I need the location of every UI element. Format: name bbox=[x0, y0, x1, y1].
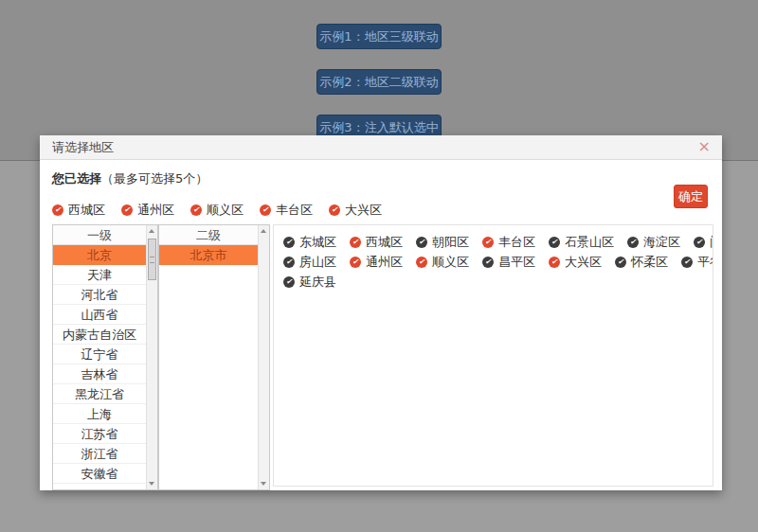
selection-limit-hint: （最多可选择5个） bbox=[101, 171, 208, 186]
city-item[interactable]: 北京市 bbox=[159, 245, 258, 265]
district-option[interactable]: 朝阳区 bbox=[416, 234, 469, 251]
check-circle-icon bbox=[190, 204, 202, 216]
district-option[interactable]: 石景山区 bbox=[549, 234, 614, 251]
district-option-label: 朝阳区 bbox=[432, 234, 469, 251]
check-circle-icon bbox=[549, 257, 560, 268]
selected-tag-label: 西城区 bbox=[68, 202, 105, 219]
province-list-header: 一级 bbox=[53, 225, 146, 245]
province-list: 北京天津河北省山西省内蒙古自治区辽宁省吉林省黑龙江省上海江苏省浙江省安徽省 bbox=[53, 245, 146, 484]
dialog-header: 请选择地区 × bbox=[40, 135, 722, 160]
selected-tag[interactable]: 顺义区 bbox=[190, 202, 244, 219]
province-item[interactable]: 内蒙古自治区 bbox=[53, 325, 146, 345]
district-option-label: 石景山区 bbox=[565, 234, 614, 251]
district-option[interactable]: 昌平区 bbox=[482, 254, 535, 271]
demo-button-level3-linkage[interactable]: 示例1：地区三级联动 bbox=[316, 24, 442, 49]
district-option[interactable]: 丰台区 bbox=[482, 234, 535, 251]
check-circle-icon bbox=[260, 204, 271, 216]
district-option-label: 延庆县 bbox=[299, 274, 336, 291]
city-listbox: 二级 北京市 bbox=[158, 224, 270, 490]
check-circle-icon bbox=[350, 237, 361, 248]
district-option[interactable]: 顺义区 bbox=[416, 254, 469, 271]
check-circle-icon bbox=[482, 237, 494, 248]
district-option-label: 昌平区 bbox=[498, 254, 535, 271]
district-option[interactable]: 房山区 bbox=[283, 254, 336, 271]
check-circle-icon bbox=[694, 237, 705, 248]
province-item[interactable]: 安徽省 bbox=[53, 464, 146, 484]
province-item[interactable]: 天津 bbox=[53, 265, 146, 285]
confirm-button[interactable]: 确定 bbox=[674, 185, 708, 208]
screen: 示例1：地区三级联动 示例2：地区二级联动 示例3：注入默认选中项 请选择地区 … bbox=[0, 0, 758, 532]
scrollbar-down-icon[interactable] bbox=[259, 477, 269, 489]
demo-button-level2-linkage[interactable]: 示例2：地区二级联动 bbox=[316, 69, 442, 95]
district-option[interactable]: 延庆县 bbox=[283, 274, 336, 291]
city-list: 北京市 bbox=[159, 245, 258, 265]
dialog-title: 请选择地区 bbox=[52, 135, 114, 160]
check-circle-icon bbox=[329, 204, 340, 216]
city-scrollbar[interactable] bbox=[258, 225, 269, 489]
province-scrollbar[interactable] bbox=[146, 225, 157, 489]
district-row: 延庆县 bbox=[283, 272, 703, 292]
district-option-label: 怀柔区 bbox=[631, 254, 668, 271]
district-option[interactable]: 大兴区 bbox=[549, 254, 602, 271]
district-row: 房山区通州区顺义区昌平区大兴区怀柔区平谷区密云县 bbox=[283, 252, 703, 272]
province-item[interactable]: 上海 bbox=[53, 404, 146, 424]
selected-tag-label: 大兴区 bbox=[345, 202, 382, 219]
scrollbar-down-icon[interactable] bbox=[147, 477, 157, 489]
district-option[interactable]: 怀柔区 bbox=[615, 254, 668, 271]
province-item[interactable]: 辽宁省 bbox=[53, 345, 146, 364]
selected-tag-list: 西城区通州区顺义区丰台区大兴区 bbox=[52, 198, 709, 219]
province-item[interactable]: 江苏省 bbox=[53, 424, 146, 444]
check-circle-icon bbox=[283, 237, 295, 248]
selected-tag-label: 通州区 bbox=[137, 202, 174, 219]
district-option-label: 丰台区 bbox=[498, 234, 535, 251]
selection-summary: 您已选择（最多可选择5个） 西城区通州区顺义区丰台区大兴区 确定 bbox=[40, 160, 722, 224]
province-item[interactable]: 吉林省 bbox=[53, 364, 146, 384]
selected-tag[interactable]: 大兴区 bbox=[329, 202, 382, 219]
check-circle-icon bbox=[615, 257, 626, 268]
check-circle-icon bbox=[416, 257, 427, 268]
selected-tag-label: 丰台区 bbox=[276, 202, 313, 219]
scrollbar-thumb[interactable] bbox=[148, 239, 156, 280]
district-option-label: 顺义区 bbox=[432, 254, 469, 271]
selected-tag[interactable]: 通州区 bbox=[121, 202, 174, 219]
district-option-label: 东城区 bbox=[299, 234, 336, 251]
province-item[interactable]: 北京 bbox=[53, 245, 146, 265]
check-circle-icon bbox=[681, 257, 693, 268]
district-panel: 东城区西城区朝阳区丰台区石景山区海淀区门头沟区房山区通州区顺义区昌平区大兴区怀柔… bbox=[273, 224, 713, 487]
district-option-label: 海淀区 bbox=[643, 234, 680, 251]
check-circle-icon bbox=[121, 204, 133, 216]
district-option[interactable]: 平谷区 bbox=[681, 254, 713, 271]
district-option-label: 大兴区 bbox=[565, 254, 602, 271]
check-circle-icon bbox=[482, 257, 494, 268]
selection-label: 您已选择（最多可选择5个） bbox=[52, 170, 709, 187]
check-circle-icon bbox=[283, 257, 295, 268]
selected-tag[interactable]: 丰台区 bbox=[260, 202, 313, 219]
district-option-label: 房山区 bbox=[299, 254, 336, 271]
province-item[interactable]: 山西省 bbox=[53, 305, 146, 325]
check-circle-icon bbox=[416, 237, 427, 248]
cascade-lists: 一级 北京天津河北省山西省内蒙古自治区辽宁省吉林省黑龙江省上海江苏省浙江省安徽省… bbox=[40, 224, 722, 490]
province-item[interactable]: 浙江省 bbox=[53, 444, 146, 464]
check-circle-icon bbox=[350, 257, 361, 268]
check-circle-icon bbox=[283, 276, 295, 288]
check-circle-icon bbox=[52, 204, 63, 216]
province-item[interactable]: 黑龙江省 bbox=[53, 384, 146, 404]
selection-label-strong: 您已选择 bbox=[52, 171, 101, 186]
scrollbar-up-icon[interactable] bbox=[147, 225, 157, 238]
district-option[interactable]: 门头沟区 bbox=[694, 234, 713, 251]
district-row: 东城区西城区朝阳区丰台区石景山区海淀区门头沟区 bbox=[283, 232, 703, 252]
district-option[interactable]: 东城区 bbox=[283, 234, 336, 251]
district-option-label: 西城区 bbox=[366, 234, 403, 251]
scrollbar-up-icon[interactable] bbox=[259, 225, 269, 238]
district-option[interactable]: 通州区 bbox=[350, 254, 403, 271]
district-option-label: 平谷区 bbox=[697, 254, 713, 271]
district-option[interactable]: 西城区 bbox=[350, 234, 403, 251]
district-option[interactable]: 海淀区 bbox=[627, 234, 680, 251]
region-picker-dialog: 请选择地区 × 您已选择（最多可选择5个） 西城区通州区顺义区丰台区大兴区 确定… bbox=[40, 135, 722, 490]
close-icon[interactable]: × bbox=[698, 135, 711, 158]
province-listbox: 一级 北京天津河北省山西省内蒙古自治区辽宁省吉林省黑龙江省上海江苏省浙江省安徽省 bbox=[52, 224, 158, 490]
check-circle-icon bbox=[549, 237, 560, 248]
province-item[interactable]: 河北省 bbox=[53, 285, 146, 305]
selected-tag[interactable]: 西城区 bbox=[52, 202, 105, 219]
selected-tag-label: 顺义区 bbox=[207, 202, 244, 219]
